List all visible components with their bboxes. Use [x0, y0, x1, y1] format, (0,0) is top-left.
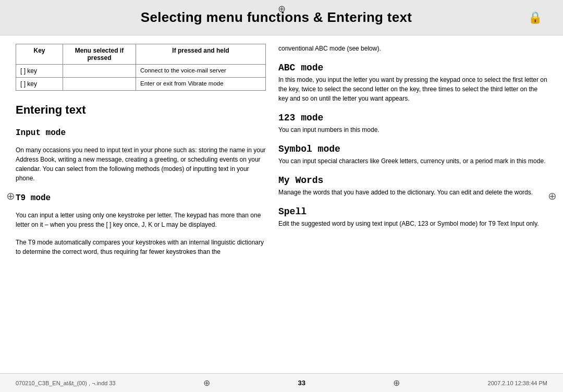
menu-table: Key Menu selected ifpressed If pressed a… [16, 44, 266, 91]
table-header-menu: Menu selected ifpressed [63, 44, 136, 65]
page-title: Selecting menu functions & Entering text [141, 9, 412, 26]
t9-mode-text2: The T9 mode automatically compares your … [16, 238, 266, 256]
my-words-heading: My Words [278, 175, 547, 186]
abc-mode-text: In this mode, you input the letter you w… [278, 75, 547, 103]
footer-left-text: 070210_C3B_EN_at&t_(00) , ¬.indd 33 [16, 380, 116, 386]
page-number: 33 [298, 379, 305, 387]
right-column: conventional ABC mode (see below). ABC m… [278, 44, 547, 365]
abc-mode-heading: ABC mode [278, 63, 547, 73]
footer-right-text: 2007.2.10 12:38:44 PM [488, 380, 547, 386]
table-cell-held-2: Enter or exit from Vibrate mode [136, 78, 266, 91]
compass-right-icon: ⊕ [548, 190, 557, 202]
symbol-mode-heading: Symbol mode [278, 144, 547, 154]
compass-bottom-left-icon: ⊕ [203, 378, 210, 388]
left-column: Key Menu selected ifpressed If pressed a… [16, 44, 266, 365]
table-cell-key-2: [ ] key [16, 78, 63, 91]
table-cell-menu-2 [63, 78, 136, 91]
123-mode-text: You can input numbers in this mode. [278, 125, 547, 134]
main-content: Key Menu selected ifpressed If pressed a… [0, 35, 563, 373]
abc-mode-section: ABC mode In this mode, you input the let… [278, 57, 547, 106]
t9-mode-text1: You can input a letter using only one ke… [16, 211, 266, 229]
table-header-held: If pressed and held [136, 44, 266, 65]
table-row: [ ] key Connect to the voice-mail server [16, 65, 266, 78]
t9-mode-heading: T9 mode [16, 193, 266, 203]
page-header: ⊕ Selecting menu functions & Entering te… [0, 0, 563, 35]
compass-left-icon: ⊕ [6, 190, 15, 202]
compass-bottom-right-icon: ⊕ [393, 378, 400, 388]
table-cell-menu-1 [63, 65, 136, 78]
intro-text: conventional ABC mode (see below). [278, 44, 547, 53]
lock-icon: 🔒 [528, 11, 542, 24]
table-header-key: Key [16, 44, 63, 65]
symbol-mode-text: You can input special characters like Gr… [278, 156, 547, 166]
my-words-section: My Words Manage the words that you have … [278, 170, 547, 200]
spell-section: Spell Edit the suggested word by using t… [278, 201, 547, 231]
table-cell-key-1: [ ] key [16, 65, 63, 78]
table-cell-held-1: Connect to the voice-mail server [136, 65, 266, 78]
entering-text-heading: Entering text [16, 103, 266, 117]
input-mode-heading: Input mode [16, 128, 266, 138]
spell-text: Edit the suggested word by using text in… [278, 219, 547, 228]
page-footer: 070210_C3B_EN_at&t_(00) , ¬.indd 33 ⊕ 33… [0, 373, 563, 392]
table-row: [ ] key Enter or exit from Vibrate mode [16, 78, 266, 91]
123-mode-heading: 123 mode [278, 113, 547, 123]
my-words-text: Manage the words that you have added to … [278, 188, 547, 197]
spell-heading: Spell [278, 206, 547, 217]
symbol-mode-section: Symbol mode You can input special charac… [278, 139, 547, 169]
input-mode-text: On many occasions you need to input text… [16, 145, 266, 183]
compass-top-icon: ⊕ [278, 3, 286, 15]
123-mode-section: 123 mode You can input numbers in this m… [278, 107, 547, 138]
